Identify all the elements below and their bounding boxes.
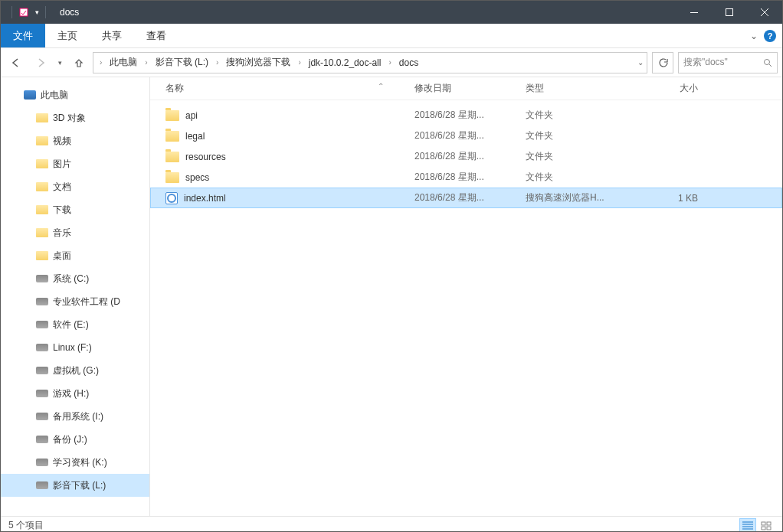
tree-item[interactable]: 学习资料 (K:) (1, 451, 149, 474)
view-details-button[interactable] (739, 518, 756, 533)
tree-item[interactable]: 游戏 (H:) (1, 382, 149, 405)
file-row[interactable]: api2018/6/28 星期...文件夹 (150, 105, 782, 126)
drive-icon (36, 387, 48, 400)
tree-item[interactable]: 备份 (J:) (1, 428, 149, 451)
tab-file[interactable]: 文件 (1, 24, 45, 47)
tree-item[interactable]: 虚拟机 (G:) (1, 359, 149, 382)
nav-forward-button[interactable] (30, 52, 51, 73)
cell-type: 文件夹 (526, 109, 644, 122)
ribbon-expand-icon[interactable]: ⌄ (750, 31, 758, 41)
tree-item[interactable]: 软件 (E:) (1, 313, 149, 336)
crumb-sep-icon[interactable]: › (387, 58, 392, 67)
column-headers[interactable]: 名称⌃ 修改日期 类型 大小 (150, 77, 782, 100)
search-input[interactable]: 搜索"docs" (678, 52, 778, 73)
cell-type: 文件夹 (526, 129, 644, 142)
search-icon (763, 58, 772, 67)
folder-icon (165, 131, 179, 142)
col-size[interactable]: 大小 (644, 82, 713, 95)
tree-label: 音乐 (53, 227, 71, 240)
crumb-2[interactable]: 搜狗浏览器下载 (221, 54, 295, 70)
cell-date: 2018/6/28 星期... (414, 171, 526, 184)
address-bar[interactable]: › 此电脑 › 影音下载 (L:) › 搜狗浏览器下载 › jdk-10.0.2… (93, 52, 647, 73)
crumb-sep-icon[interactable]: › (143, 58, 149, 67)
crumb-3[interactable]: jdk-10.0.2_doc-all (304, 56, 386, 70)
fldr-icon (36, 204, 48, 216)
drive-icon (36, 433, 48, 446)
file-list[interactable]: api2018/6/28 星期...文件夹legal2018/6/28 星期..… (150, 100, 782, 516)
file-pane: 名称⌃ 修改日期 类型 大小 api2018/6/28 星期...文件夹lega… (150, 77, 782, 516)
view-large-button[interactable] (758, 518, 775, 533)
nav-tree[interactable]: 此电脑3D 对象视频图片文档下载音乐桌面系统 (C:)专业软件工程 (D软件 (… (1, 77, 150, 516)
fldr-icon (36, 250, 48, 262)
tab-share[interactable]: 共享 (90, 24, 134, 47)
col-name[interactable]: 名称⌃ (165, 82, 414, 95)
search-placeholder: 搜索"docs" (683, 56, 760, 69)
nav-recent-dropdown[interactable]: ▾ (54, 52, 65, 73)
cell-date: 2018/6/28 星期... (414, 150, 526, 163)
crumb-sep-icon[interactable]: › (98, 58, 103, 67)
qat-dropdown-icon[interactable]: ▾ (35, 8, 39, 16)
tree-item[interactable]: Linux (F:) (1, 336, 149, 359)
col-type[interactable]: 类型 (526, 82, 644, 95)
tab-view[interactable]: 查看 (134, 24, 179, 47)
tree-item[interactable]: 影音下载 (L:) (1, 474, 149, 497)
file-row[interactable]: index.html2018/6/28 星期...搜狗高速浏览器H...1 KB (150, 188, 782, 208)
fldr-icon (36, 135, 48, 147)
help-icon[interactable]: ? (764, 30, 776, 42)
tree-item[interactable]: 此电脑 (1, 83, 149, 106)
fldr-icon (36, 181, 48, 193)
tree-item[interactable]: 备用系统 (I:) (1, 405, 149, 428)
crumb-sep-icon[interactable]: › (296, 58, 302, 67)
folder-icon (165, 152, 179, 162)
tree-item[interactable]: 系统 (C:) (1, 267, 149, 290)
svg-rect-2 (726, 9, 733, 16)
tree-item[interactable]: 视频 (1, 129, 149, 152)
nav-back-button[interactable] (5, 52, 27, 73)
cell-type: 搜狗高速浏览器H... (526, 191, 644, 204)
maximize-button[interactable] (712, 1, 747, 24)
tree-item[interactable]: 专业软件工程 (D (1, 290, 149, 313)
tree-label: 文档 (53, 181, 71, 194)
tree-item[interactable]: 音乐 (1, 221, 149, 244)
monitor-icon (24, 89, 36, 101)
tree-item[interactable]: 图片 (1, 152, 149, 175)
window-title: docs (60, 7, 79, 18)
drive-icon (36, 318, 48, 331)
folder-icon (165, 172, 179, 183)
cell-name: api (165, 110, 414, 121)
svg-point-3 (765, 59, 770, 64)
tree-item[interactable]: 下载 (1, 198, 149, 221)
refresh-button[interactable] (652, 52, 673, 73)
svg-rect-6 (762, 527, 765, 530)
file-row[interactable]: legal2018/6/28 星期...文件夹 (150, 126, 782, 146)
cell-date: 2018/6/28 星期... (414, 109, 526, 122)
drive-icon (36, 273, 48, 285)
tree-label: 图片 (53, 158, 71, 171)
tab-home[interactable]: 主页 (45, 24, 90, 47)
cell-type: 文件夹 (526, 171, 644, 184)
cell-type: 文件夹 (526, 150, 644, 163)
tree-item[interactable]: 3D 对象 (1, 106, 149, 129)
drive-icon (36, 456, 48, 468)
nav-up-button[interactable] (68, 52, 90, 73)
cell-date: 2018/6/28 星期... (414, 191, 526, 204)
fldr-icon (36, 158, 48, 170)
crumb-4[interactable]: docs (395, 56, 423, 70)
crumb-sep-icon[interactable]: › (215, 58, 220, 67)
nav-toolbar: ▾ › 此电脑 › 影音下载 (L:) › 搜狗浏览器下载 › jdk-10.0… (1, 48, 782, 77)
svg-rect-5 (767, 522, 771, 525)
cell-name: specs (165, 172, 414, 183)
file-row[interactable]: resources2018/6/28 星期...文件夹 (150, 146, 782, 167)
svg-rect-7 (767, 527, 771, 530)
crumb-0[interactable]: 此电脑 (105, 54, 142, 70)
close-button[interactable] (747, 1, 782, 24)
address-dropdown-icon[interactable]: ⌄ (637, 58, 644, 67)
qat-properties-icon[interactable] (18, 7, 29, 18)
tree-item[interactable]: 桌面 (1, 244, 149, 267)
file-row[interactable]: specs2018/6/28 星期...文件夹 (150, 167, 782, 188)
drive-icon (36, 364, 48, 377)
minimize-button[interactable] (677, 1, 712, 24)
tree-item[interactable]: 文档 (1, 175, 149, 198)
crumb-1[interactable]: 影音下载 (L:) (151, 54, 213, 70)
col-date[interactable]: 修改日期 (414, 82, 526, 95)
